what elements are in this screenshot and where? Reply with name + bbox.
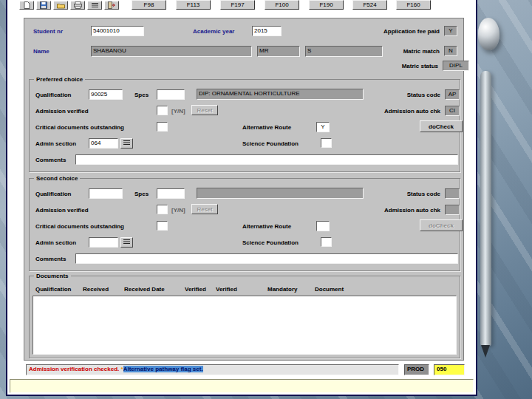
- save-icon: [40, 1, 47, 9]
- critical-docs-field[interactable]: [157, 221, 168, 231]
- comments-field[interactable]: [75, 154, 458, 165]
- exit-button[interactable]: [104, 1, 119, 10]
- admin-section-field[interactable]: 064: [89, 138, 118, 149]
- qualification-field[interactable]: [89, 188, 123, 199]
- status-code-label: Status code: [355, 92, 440, 98]
- form-panel: Student nr 54001010 Academic year 2015 A…: [24, 18, 464, 361]
- documents-header-mandatory: Mandatory: [267, 286, 297, 293]
- status-message-checked: Admission verification checked.: [29, 366, 119, 372]
- critical-docs-label: Critical documents outstanding: [35, 223, 124, 230]
- exit-icon: [108, 1, 115, 9]
- function-button-f113[interactable]: F113: [176, 0, 211, 10]
- documents-header-verified-1: Verified: [185, 286, 206, 293]
- save-button[interactable]: [36, 1, 51, 10]
- preferred-choice-group: Preferred choice Qualification 90025 Spe…: [29, 79, 460, 172]
- admin-section-lookup-button[interactable]: [120, 237, 133, 248]
- admin-section-field[interactable]: [89, 237, 118, 248]
- yn-hint: [Y/N]: [171, 207, 185, 214]
- documents-list-area[interactable]: [33, 296, 457, 355]
- science-foundation-label: Science Foundation: [242, 239, 299, 246]
- admin-section-label: Admin section: [35, 140, 76, 147]
- qualification-label: Qualification: [35, 92, 71, 98]
- status-code-field: AP: [445, 89, 460, 100]
- reset-button[interactable]: Reset: [191, 204, 218, 214]
- app-window: F98 F113 F197 F100 F190 F524 F160 Studen…: [6, 0, 477, 396]
- qualification-description-field: [197, 188, 364, 199]
- pencil-graphic: [480, 71, 491, 346]
- comments-field[interactable]: [75, 253, 458, 264]
- docheck-button[interactable]: doCheck: [420, 219, 463, 231]
- documents-header-document: Document: [315, 286, 344, 293]
- student-nr-field[interactable]: 54001010: [91, 26, 144, 36]
- yn-hint: [Y/N]: [171, 108, 185, 115]
- function-button-f190[interactable]: F190: [309, 0, 344, 10]
- spec-field[interactable]: [157, 188, 185, 199]
- admission-verified-field[interactable]: [157, 106, 168, 115]
- documents-header-received: Received: [83, 286, 109, 293]
- function-button-f100[interactable]: F100: [265, 0, 299, 10]
- admission-auto-chk-label: Admission auto chk: [355, 207, 440, 214]
- application-fee-label: Application fee paid: [339, 28, 440, 35]
- title-field: MR: [257, 46, 300, 57]
- matric-status-label: Matric status: [370, 63, 438, 69]
- student-nr-label: Student nr: [33, 28, 63, 35]
- print-button[interactable]: [70, 1, 85, 10]
- matric-status-field: DIPL: [443, 61, 469, 71]
- admission-verified-label: Admission verified: [35, 207, 89, 214]
- alternative-route-field[interactable]: Y: [316, 122, 330, 132]
- qualification-field[interactable]: 90025: [89, 89, 123, 100]
- matric-match-label: Matric match: [372, 48, 440, 55]
- second-choice-group: Second choice Qualification Spes Status …: [29, 178, 460, 271]
- spec-label: Spes: [134, 191, 149, 197]
- status-code-field: [445, 188, 460, 199]
- function-button-f98[interactable]: F98: [132, 0, 166, 10]
- documents-header-received-date: Received Date: [124, 286, 165, 293]
- science-foundation-label: Science Foundation: [242, 140, 299, 147]
- comments-label: Comments: [35, 256, 66, 262]
- admission-auto-chk-field: CI: [445, 106, 460, 116]
- list-button[interactable]: [87, 1, 102, 10]
- pushpin-graphic: [478, 18, 499, 50]
- spec-field[interactable]: [157, 89, 185, 100]
- comments-label: Comments: [35, 157, 66, 163]
- admission-verified-label: Admission verified: [35, 108, 89, 115]
- print-icon: [74, 1, 82, 9]
- alternative-route-field[interactable]: [316, 221, 330, 231]
- preferred-choice-legend: Preferred choice: [34, 76, 85, 83]
- status-message-bar: Admission verification checked. *Alterna…: [26, 364, 399, 375]
- hint-message-strip: [10, 379, 474, 393]
- open-folder-button[interactable]: [53, 1, 68, 10]
- status-message-flag: Alternative pathway flag set.: [123, 366, 203, 372]
- application-fee-field: Y: [444, 26, 457, 36]
- academic-year-field[interactable]: 2015: [252, 26, 282, 36]
- academic-year-label: Academic year: [193, 28, 234, 35]
- new-document-button[interactable]: [19, 1, 34, 10]
- admission-verified-field[interactable]: [157, 205, 168, 214]
- documents-legend: Documents: [34, 273, 71, 279]
- docheck-button[interactable]: doCheck: [420, 120, 463, 132]
- critical-docs-field[interactable]: [157, 122, 168, 132]
- admin-section-label: Admin section: [35, 239, 76, 246]
- lookup-list-icon: [123, 140, 130, 146]
- environment-field: PROD: [404, 364, 429, 375]
- list-icon: [92, 2, 98, 8]
- reset-button[interactable]: Reset: [191, 105, 218, 115]
- desktop-background: F98 F113 F197 F100 F190 F524 F160 Studen…: [0, 0, 532, 399]
- admission-auto-chk-field: [445, 205, 460, 215]
- matric-match-field: N: [444, 46, 457, 56]
- status-code-label: Status code: [355, 191, 440, 197]
- function-button-f160[interactable]: F160: [396, 0, 431, 10]
- new-document-icon: [24, 1, 30, 9]
- documents-header-qualification: Qualification: [35, 286, 71, 293]
- admission-auto-chk-label: Admission auto chk: [355, 108, 440, 115]
- function-button-f524[interactable]: F524: [352, 0, 387, 10]
- admin-section-lookup-button[interactable]: [120, 138, 133, 149]
- second-choice-legend: Second choice: [34, 175, 80, 182]
- surname-field: SHABANGU: [91, 46, 252, 57]
- science-foundation-field[interactable]: [321, 237, 332, 247]
- documents-group: Documents Qualification Received Receive…: [29, 276, 460, 358]
- science-foundation-field[interactable]: [321, 138, 332, 148]
- function-button-f197[interactable]: F197: [220, 0, 255, 10]
- name-label: Name: [33, 48, 50, 55]
- lookup-list-icon: [123, 239, 130, 245]
